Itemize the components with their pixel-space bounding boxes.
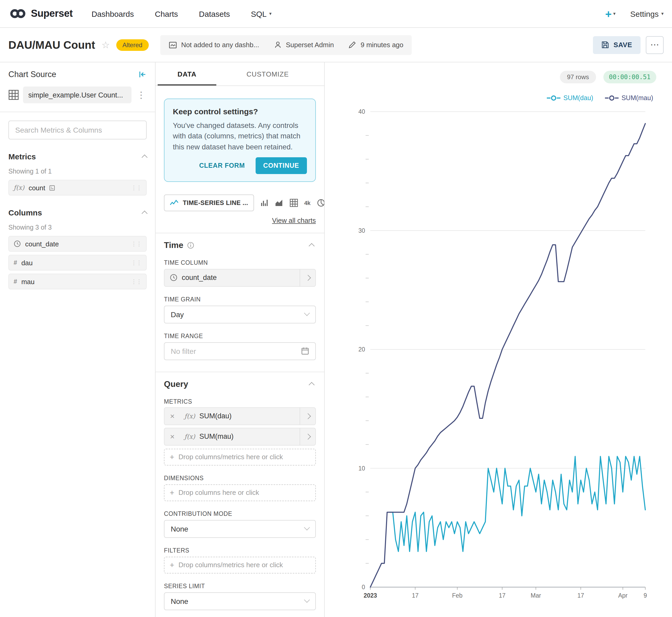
metrics-dropzone[interactable]: + Drop columns/metrics here or click — [164, 449, 316, 465]
tab-data[interactable]: DATA — [157, 62, 216, 85]
row-count-badge: 97 rows — [560, 71, 596, 83]
metric-chip-sum-dau[interactable]: × ƒ(x) SUM(dau) — [164, 407, 316, 425]
dataset-name[interactable]: simple_example.User Count... — [23, 86, 131, 103]
superset-explore-window: Superset Dashboards Charts Datasets SQL▾… — [0, 0, 672, 617]
collapse-columns-icon[interactable] — [142, 210, 148, 216]
nav-charts[interactable]: Charts — [155, 9, 178, 18]
dashboard-status[interactable]: Not added to any dashb... — [169, 41, 259, 49]
plus-icon: + — [170, 561, 175, 570]
continue-button[interactable]: CONTINUE — [255, 157, 307, 174]
divider — [0, 112, 155, 112]
clock-icon — [170, 274, 178, 282]
query-timer-badge: 00:00:00.51 — [603, 71, 656, 83]
superset-logo[interactable]: Superset — [8, 8, 72, 19]
settings-menu[interactable]: Settings▾ — [630, 9, 664, 18]
save-button[interactable]: SAVE — [593, 36, 641, 54]
drag-handle-icon[interactable]: ⋮⋮ — [131, 259, 141, 266]
chevron-right-icon[interactable] — [300, 428, 315, 445]
column-item-mau[interactable]: # mau ⋮⋮ — [8, 274, 147, 289]
time-range-input[interactable]: No filter — [164, 342, 316, 360]
svg-text:40: 40 — [358, 108, 365, 115]
drag-handle-icon[interactable]: ⋮⋮ — [131, 240, 141, 247]
owner-label: Superset Admin — [286, 41, 334, 49]
contribution-mode-select[interactable]: None — [164, 520, 316, 538]
metric-chip-sum-mau[interactable]: × ƒ(x) SUM(mau) — [164, 428, 316, 446]
new-item-button[interactable]: +▾ — [605, 8, 616, 19]
chevron-down-icon — [304, 310, 310, 316]
altered-badge[interactable]: Altered — [116, 39, 149, 51]
area-chart-viz-icon[interactable] — [275, 197, 283, 209]
clear-form-button[interactable]: CLEAR FORM — [198, 159, 246, 173]
last-modified[interactable]: 9 minutes ago — [349, 41, 403, 49]
svg-text:20: 20 — [358, 346, 365, 353]
control-panel-scroll: Keep control settings? You've changed da… — [155, 86, 324, 617]
bar-chart-viz-icon[interactable] — [260, 197, 269, 209]
tab-customize[interactable]: CUSTOMIZE — [238, 62, 297, 85]
time-grain-label: TIME GRAIN — [164, 296, 316, 302]
dashboard-status-label: Not added to any dashb... — [181, 41, 259, 49]
chart-source-title: Chart Source — [8, 70, 56, 79]
settings-label: Settings — [630, 9, 659, 18]
viz-type-row: TIME-SERIES LINE ... 4k — [164, 195, 316, 211]
columns-heading: Columns — [8, 208, 42, 217]
time-grain-select[interactable]: Day — [164, 305, 316, 324]
collapse-panel-icon[interactable] — [138, 70, 147, 79]
favorite-star-icon[interactable]: ☆ — [101, 39, 110, 51]
info-icon — [187, 242, 194, 249]
more-options-button[interactable]: ⋯ — [646, 36, 664, 54]
time-column-label: TIME COLUMN — [164, 259, 316, 266]
legend-label: SUM(mau) — [622, 94, 653, 102]
dropzone-label: Drop columns/metrics here or click — [179, 453, 283, 461]
dimensions-dropzone[interactable]: + Drop columns here or click — [164, 484, 316, 501]
series-limit-select[interactable]: None — [164, 592, 316, 610]
kebab-menu-icon[interactable]: ⋮ — [136, 89, 147, 100]
svg-text:17: 17 — [499, 592, 506, 599]
chevron-down-icon — [304, 525, 310, 531]
view-all-charts-link[interactable]: View all charts — [272, 216, 316, 224]
column-item-count-date[interactable]: count_date ⋮⋮ — [8, 236, 147, 252]
contribution-mode-value: None — [171, 525, 188, 533]
chart-source-panel: Chart Source simple_example.User Count..… — [0, 62, 155, 617]
collapse-section-icon[interactable] — [309, 382, 315, 388]
viz-type-button[interactable]: TIME-SERIES LINE ... — [164, 195, 254, 211]
metric-item-count[interactable]: ƒ(x) count ⋮⋮ — [8, 180, 147, 196]
metric-detail-icon — [49, 185, 55, 191]
svg-text:9: 9 — [644, 592, 647, 599]
column-item-dau[interactable]: # dau ⋮⋮ — [8, 255, 147, 270]
filters-label: FILTERS — [164, 547, 316, 554]
filters-dropzone[interactable]: + Drop columns/metrics here or click — [164, 557, 316, 574]
legend-marker-icon — [547, 95, 560, 101]
remove-icon[interactable]: × — [164, 412, 180, 421]
remove-icon[interactable]: × — [164, 432, 180, 441]
plus-icon: + — [605, 8, 612, 19]
viz-type-label: TIME-SERIES LINE ... — [183, 199, 248, 207]
brand-name: Superset — [31, 8, 72, 19]
nav-datasets[interactable]: Datasets — [199, 9, 230, 18]
time-column-control[interactable]: count_date — [164, 269, 316, 287]
collapse-metrics-icon[interactable] — [142, 154, 148, 160]
legend-item-sum-mau[interactable]: SUM(mau) — [605, 94, 653, 102]
svg-text:Feb: Feb — [452, 592, 462, 599]
time-column-value: count_date — [182, 274, 295, 282]
chevron-down-icon: ▾ — [269, 11, 272, 16]
owner[interactable]: Superset Admin — [274, 41, 334, 49]
big-number-viz-icon[interactable]: 4k — [304, 197, 311, 209]
query-section-title: Query — [164, 380, 188, 389]
svg-text:Mar: Mar — [531, 592, 541, 599]
nav-dashboards[interactable]: Dashboards — [91, 9, 134, 18]
chevron-right-icon[interactable] — [300, 269, 315, 286]
drag-handle-icon[interactable]: ⋮⋮ — [131, 184, 141, 191]
numeric-type-icon: # — [14, 278, 17, 285]
svg-text:17: 17 — [412, 592, 419, 599]
collapse-section-icon[interactable] — [309, 243, 315, 249]
chevron-right-icon[interactable] — [300, 408, 315, 425]
navbar-right: +▾ Settings▾ — [605, 8, 664, 19]
dataset-name-label: simple_example.User Count... — [28, 91, 123, 99]
pie-chart-viz-icon[interactable] — [317, 197, 324, 209]
table-viz-icon[interactable] — [289, 197, 298, 209]
drag-handle-icon[interactable]: ⋮⋮ — [131, 278, 141, 285]
legend-item-sum-dau[interactable]: SUM(dau) — [547, 94, 593, 102]
search-input[interactable] — [8, 121, 147, 140]
column-label: mau — [21, 277, 35, 285]
nav-sql[interactable]: SQL▾ — [251, 9, 272, 18]
